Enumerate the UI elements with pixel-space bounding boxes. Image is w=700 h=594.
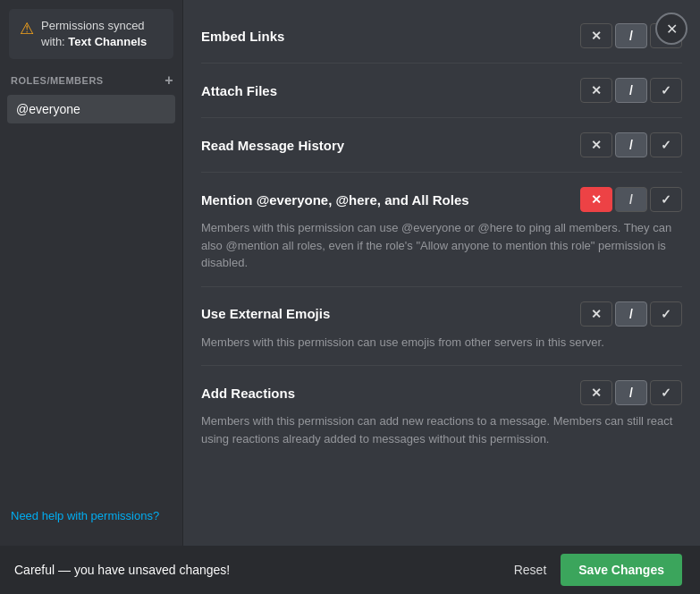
permission-row: Add Reactions✕/✓Members with this permis…	[201, 366, 682, 462]
permission-row: Read Message History✕/✓	[201, 118, 682, 173]
permissions-list: Embed Links✕/✓Attach Files✕/✓Read Messag…	[183, 0, 700, 546]
help-link[interactable]: Need help with permissions?	[11, 509, 159, 522]
toggle-neutral-button[interactable]: /	[615, 132, 647, 157]
permission-label: Mention @everyone, @here, and All Roles	[201, 192, 469, 208]
permission-desc: Members with this permission can add new…	[201, 412, 682, 447]
toggle-group: ✕/✓	[580, 380, 682, 405]
toggle-group: ✕/✓	[580, 78, 682, 103]
toggle-allow-button[interactable]: ✓	[650, 301, 682, 327]
toggle-allow-button[interactable]: ✓	[650, 380, 682, 405]
close-button[interactable]: ✕	[655, 13, 687, 45]
permission-desc: Members with this permission can use emo…	[201, 334, 682, 352]
add-role-button[interactable]: +	[164, 73, 173, 88]
toggle-group: ✕/✓	[580, 132, 682, 157]
toggle-group: ✕/✓	[580, 187, 682, 212]
permission-row: Attach Files✕/✓	[201, 64, 682, 118]
toggle-allow-button[interactable]: ✓	[650, 132, 682, 157]
toggle-deny-button[interactable]: ✕	[580, 78, 612, 103]
warning-icon: ⚠	[20, 19, 34, 38]
toggle-allow-button[interactable]: ✓	[650, 78, 682, 103]
sync-text: Permissions synced with: Text Channels	[41, 18, 163, 50]
sidebar: ⚠ Permissions synced with: Text Channels…	[0, 0, 183, 594]
sync-notice: ⚠ Permissions synced with: Text Channels	[9, 9, 173, 59]
save-button[interactable]: Save Changes	[561, 554, 682, 586]
bottom-bar: Careful — you have unsaved changes! Rese…	[0, 546, 700, 594]
toggle-neutral-button[interactable]: /	[615, 380, 647, 405]
toggle-deny-button[interactable]: ✕	[580, 301, 612, 327]
reset-button[interactable]: Reset	[514, 563, 547, 577]
toggle-deny-button[interactable]: ✕	[580, 23, 612, 48]
permission-label: Embed Links	[201, 29, 284, 44]
permission-row: Use External Emojis✕/✓Members with this …	[201, 287, 682, 367]
toggle-deny-button[interactable]: ✕	[580, 132, 612, 157]
toggle-neutral-button[interactable]: /	[615, 301, 647, 327]
roles-members-header: Roles/Members +	[0, 68, 182, 93]
permission-desc: Members with this permission can use @ev…	[201, 219, 682, 272]
toggle-deny-button[interactable]: ✕	[580, 187, 612, 212]
permission-label: Use External Emojis	[201, 306, 330, 321]
role-everyone[interactable]: @everyone	[7, 95, 175, 123]
toggle-neutral-button[interactable]: /	[615, 78, 647, 103]
toggle-neutral-button[interactable]: /	[615, 187, 647, 212]
toggle-neutral-button[interactable]: /	[615, 23, 647, 48]
permission-label: Read Message History	[201, 138, 344, 153]
toggle-deny-button[interactable]: ✕	[580, 380, 612, 405]
bottom-actions: Reset Save Changes	[514, 554, 682, 586]
close-icon: ✕	[666, 21, 678, 38]
section-label: Roles/Members	[11, 75, 104, 86]
permission-label: Add Reactions	[201, 386, 295, 401]
sync-channel: Text Channels	[68, 35, 147, 48]
unsaved-warning: Careful — you have unsaved changes!	[14, 563, 230, 577]
permission-row: Mention @everyone, @here, and All Roles✕…	[201, 173, 682, 287]
toggle-allow-button[interactable]: ✓	[650, 187, 682, 212]
permission-label: Attach Files	[201, 83, 277, 98]
permission-row: Embed Links✕/✓	[201, 9, 682, 64]
toggle-group: ✕/✓	[580, 301, 682, 327]
